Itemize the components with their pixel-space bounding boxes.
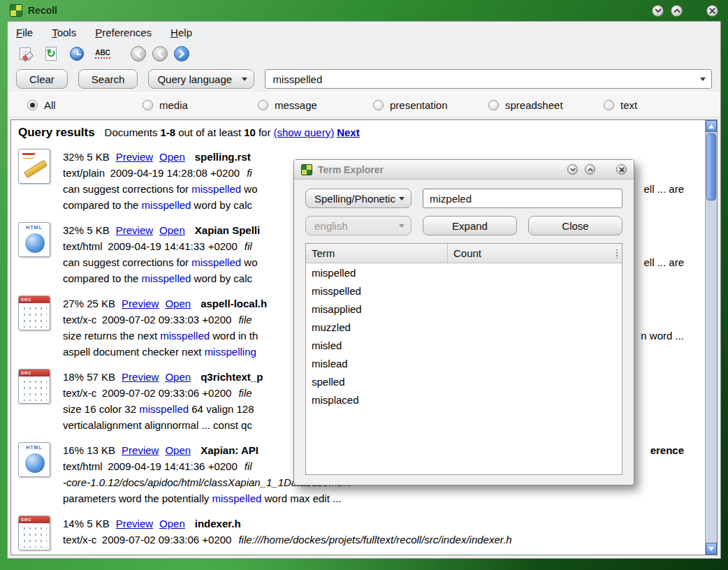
result-title: Xapian Spelli (195, 224, 260, 236)
search-dropdown-arrow-icon[interactable] (700, 78, 706, 81)
preview-link[interactable]: Preview (122, 444, 159, 456)
filter-message[interactable]: message (258, 99, 373, 111)
preview-link[interactable]: Preview (122, 371, 159, 383)
term-row[interactable]: misplaced (306, 390, 622, 409)
filter-spreadsheet[interactable]: spreadsheet (488, 99, 604, 111)
term-row[interactable]: mispelled (306, 263, 622, 282)
count-column-header[interactable]: Count (447, 244, 622, 263)
dialog-shade-button[interactable] (567, 164, 578, 175)
dialog-maximize-button[interactable] (585, 164, 595, 175)
result-mime-date: text/x-c 2009-07-02 09:33:06 +0200 (63, 387, 231, 399)
next-page-link[interactable]: Next (337, 126, 360, 138)
term-explorer-body: Spelling/Phonetic english Expand Close T… (294, 180, 634, 485)
chevron-down-icon (399, 197, 405, 200)
term-row[interactable]: muzzled (306, 318, 622, 336)
radio-text[interactable] (604, 100, 614, 110)
query-language-select[interactable]: Query language (148, 69, 254, 89)
result-url: file:///home/dockes/projets/fulltext/rec… (238, 534, 511, 546)
open-link[interactable]: Open (165, 444, 191, 456)
radio-spreadsheet[interactable] (488, 100, 499, 110)
preview-link[interactable]: Preview (116, 224, 153, 236)
first-page-button[interactable] (131, 46, 146, 61)
result-item: SRC14% 5 KBPreviewOpenindexer.htext/x-c … (18, 516, 705, 550)
clear-button[interactable]: Clear (16, 69, 68, 89)
term-explorer-titlebar[interactable]: Term Explorer (294, 160, 634, 180)
term-cell: mislead (306, 358, 447, 370)
open-link[interactable]: Open (159, 224, 185, 236)
source-file-icon: SRC (18, 516, 52, 550)
menu-help[interactable]: Help (170, 27, 192, 38)
close-button[interactable]: Close (528, 216, 623, 235)
window-close-button[interactable] (706, 5, 718, 17)
scroll-up-arrow-icon[interactable] (706, 120, 717, 132)
menu-preferences[interactable]: Preferences (95, 27, 152, 38)
result-url: file (238, 387, 252, 399)
column-resize-handle-icon[interactable] (616, 249, 618, 258)
previous-page-button[interactable] (152, 46, 168, 61)
dialog-close-button[interactable] (616, 164, 627, 175)
source-file-icon: SRC (18, 369, 52, 433)
results-scrollbar[interactable] (705, 120, 717, 555)
search-row: Clear Search Query language (8, 66, 720, 92)
open-link[interactable]: Open (165, 371, 191, 383)
search-button[interactable]: Search (78, 69, 138, 89)
window-titlebar[interactable]: Recoll (0, 0, 728, 21)
open-link[interactable]: Open (165, 298, 191, 309)
window-maximize-button[interactable] (671, 5, 683, 17)
html-file-icon: HTML (18, 442, 52, 506)
result-mime-date: text/plain 2009-04-19 14:28:08 +0200 (63, 167, 240, 179)
term-row[interactable]: spelled (306, 372, 622, 390)
preview-link[interactable]: Preview (122, 298, 159, 309)
open-link[interactable]: Open (159, 151, 185, 163)
result-mime-date: text/html 2009-04-19 14:41:36 +0200 (63, 460, 238, 472)
filter-media[interactable]: media (143, 99, 258, 111)
sort-history-clock-icon[interactable] (68, 45, 86, 63)
scrollbar-thumb[interactable] (706, 133, 716, 200)
snippet-fragment: ell ... are (643, 181, 684, 197)
term-explorer-dialog: Term Explorer Spelling/Phonetic english … (293, 159, 634, 485)
results-summary: Documents1-8out of at least10for(show qu… (105, 126, 363, 138)
menu-file[interactable]: File (16, 27, 33, 38)
source-file-icon: SRC (18, 295, 52, 360)
show-query-link[interactable]: (show query) (273, 126, 334, 138)
result-mime-date: text/x-c 2009-07-02 09:33:03 +0200 (63, 314, 231, 326)
menu-tools[interactable]: Tools (52, 27, 76, 38)
open-link[interactable]: Open (159, 518, 185, 529)
radio-message[interactable] (258, 100, 268, 110)
result-headline: 14% 5 KBPreviewOpenindexer.h (63, 516, 705, 532)
clear-search-icon[interactable] (16, 45, 34, 63)
preview-link[interactable]: Preview (116, 518, 153, 529)
radio-media[interactable] (143, 100, 153, 110)
filter-text[interactable]: text (604, 99, 719, 111)
term-explorer-abc-icon[interactable]: ABC (94, 45, 112, 63)
term-row[interactable]: misapplied (306, 300, 622, 318)
search-input[interactable] (265, 69, 712, 89)
filter-all[interactable]: All (27, 99, 143, 111)
result-title: indexer.h (195, 518, 241, 529)
next-page-button[interactable] (174, 46, 189, 61)
expand-button[interactable]: Expand (423, 216, 517, 235)
term-row[interactable]: misspelled (306, 282, 622, 300)
expansion-mode-select[interactable]: Spelling/Phonetic (305, 189, 412, 208)
term-column-header[interactable]: Term (306, 247, 447, 259)
radio-presentation[interactable] (373, 100, 384, 110)
result-url: file (238, 314, 252, 326)
term-row[interactable]: misled (306, 336, 622, 354)
term-row[interactable]: mislead (306, 354, 622, 372)
term-explorer-title: Term Explorer (318, 164, 384, 175)
scroll-down-arrow-icon[interactable] (706, 543, 717, 555)
language-select-disabled: english (305, 216, 412, 235)
search-entry-combobox[interactable] (265, 69, 712, 89)
term-cell: misplaced (306, 394, 447, 406)
result-url: fil (245, 460, 252, 472)
preview-link[interactable]: Preview (116, 151, 153, 163)
radio-all[interactable] (27, 100, 38, 110)
window-shade-button[interactable] (652, 5, 664, 17)
result-meta-line: text/x-c 2009-07-02 09:33:06 +0200file:/… (63, 532, 705, 548)
filter-presentation[interactable]: presentation (373, 99, 488, 111)
term-input[interactable] (423, 189, 623, 208)
window-title: Recoll (28, 5, 57, 16)
window-frame: Recoll File Tools Preferences Help ABC (0, 0, 728, 570)
term-table-header[interactable]: Term Count (306, 244, 622, 263)
update-index-icon[interactable] (42, 45, 60, 63)
